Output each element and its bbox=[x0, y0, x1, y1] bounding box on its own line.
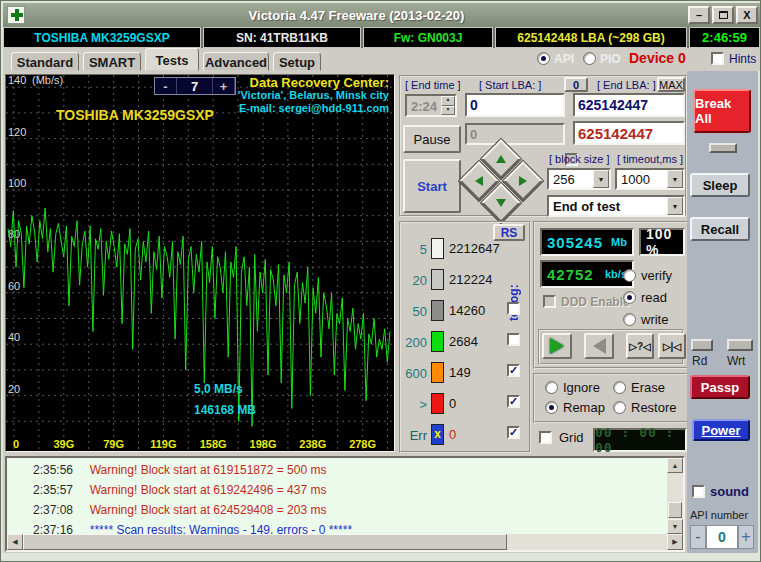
log-200ms-checkbox[interactable] bbox=[507, 333, 520, 346]
check-icon: ✓ bbox=[509, 364, 518, 376]
hints-checkbox[interactable] bbox=[711, 52, 724, 65]
sleep-button[interactable]: Sleep bbox=[690, 173, 750, 197]
grid-checkbox[interactable] bbox=[539, 431, 552, 444]
api-radio[interactable] bbox=[537, 52, 550, 65]
vscroll-thumb[interactable] bbox=[668, 502, 682, 518]
maximize-icon bbox=[719, 11, 728, 19]
nav-down-icon bbox=[496, 199, 506, 207]
pause-button[interactable]: Pause bbox=[403, 125, 461, 153]
back-icon bbox=[593, 338, 606, 354]
spin-up-icon[interactable]: ▲ bbox=[441, 96, 455, 106]
timeout-label: [ timeout,ms ] bbox=[617, 153, 683, 165]
end-lba-current-display: 625142447 bbox=[573, 121, 685, 145]
sound-checkbox[interactable] bbox=[692, 485, 705, 498]
test-setup-group: [ End time ] [ Start LBA: ] 0 [ End LBA:… bbox=[399, 75, 687, 217]
tab-smart[interactable]: SMART bbox=[83, 52, 141, 71]
log-line: 2:37:08 Warning! Block start at 62452940… bbox=[33, 503, 326, 517]
activity-led bbox=[709, 143, 737, 153]
write-radio[interactable] bbox=[623, 313, 636, 326]
erase-radio[interactable] bbox=[613, 381, 626, 394]
scroll-left-icon: ◀ bbox=[12, 538, 17, 546]
log-errors-checkbox[interactable]: ✓ bbox=[507, 426, 520, 439]
speed-display: 42752 kb/s bbox=[540, 260, 634, 288]
pio-radio[interactable] bbox=[583, 52, 596, 65]
counter-value: 2684 bbox=[449, 334, 478, 349]
dropdown-arrow-icon[interactable]: ▼ bbox=[593, 170, 609, 188]
api-number-decrement-button[interactable]: - bbox=[690, 525, 706, 549]
dropdown-arrow-icon[interactable]: ▼ bbox=[667, 197, 683, 215]
log-time: 2:35:57 bbox=[33, 483, 73, 497]
counter-swatch bbox=[431, 238, 444, 259]
counter-swatch bbox=[431, 300, 444, 321]
back-button[interactable] bbox=[584, 333, 614, 359]
end-lba-input[interactable]: 625142447 bbox=[573, 93, 685, 117]
ignore-radio[interactable] bbox=[545, 381, 558, 394]
hscroll-thumb[interactable] bbox=[23, 534, 507, 550]
passp-button[interactable]: Passp bbox=[690, 375, 750, 399]
remap-radio[interactable] bbox=[545, 401, 558, 414]
tab-advanced[interactable]: Advanced bbox=[203, 52, 269, 71]
on-end-action-dropdown[interactable]: End of test ▼ bbox=[547, 195, 685, 217]
counter-swatch bbox=[431, 269, 444, 290]
restore-radio[interactable] bbox=[613, 401, 626, 414]
start-lba-input[interactable]: 0 bbox=[465, 93, 565, 117]
passed-mb-value: 305245 bbox=[547, 234, 603, 251]
tab-tests[interactable]: Tests bbox=[145, 48, 199, 71]
spin-down-icon[interactable]: ▼ bbox=[441, 106, 455, 116]
app-icon bbox=[7, 6, 25, 24]
timeout-dropdown[interactable]: 1000 ▼ bbox=[615, 168, 685, 190]
log-timeout-checkbox[interactable]: ✓ bbox=[507, 395, 520, 408]
minimize-button[interactable]: – bbox=[688, 6, 710, 24]
start-button[interactable]: Start bbox=[403, 159, 461, 213]
log-line: 2:35:56 Warning! Block start at 61915187… bbox=[33, 463, 326, 477]
svg-text:(Mb/s): (Mb/s) bbox=[32, 75, 63, 86]
break-all-button[interactable]: Break All bbox=[693, 89, 751, 133]
tab-standard[interactable]: Standard bbox=[11, 52, 79, 71]
scroll-left-button[interactable]: ◀ bbox=[7, 534, 23, 550]
scroll-up-button[interactable]: ▲ bbox=[667, 458, 683, 473]
zoom-in-button[interactable]: + bbox=[213, 78, 235, 94]
api-label: API bbox=[554, 52, 574, 66]
hints-label: Hints bbox=[729, 52, 756, 66]
wrt-label: Wrt bbox=[727, 354, 745, 368]
block-size-dropdown[interactable]: 256 ▼ bbox=[547, 168, 611, 190]
power-button[interactable]: Power bbox=[692, 419, 750, 441]
seek-error-button[interactable]: ▷?◁ bbox=[626, 333, 654, 359]
play-button[interactable] bbox=[542, 333, 572, 359]
scroll-down-button[interactable]: ▼ bbox=[667, 519, 683, 534]
log-time: 2:35:56 bbox=[33, 463, 73, 477]
log-line: 2:35:57 Warning! Block start at 61924249… bbox=[33, 483, 326, 497]
latency-counters-group: RS to log: 5 2212647 20 212224 50 14260 … bbox=[399, 221, 531, 453]
zoom-level: 7 bbox=[177, 78, 213, 94]
api-number-increment-button[interactable]: + bbox=[738, 525, 754, 549]
scroll-right-button[interactable]: ▶ bbox=[667, 534, 683, 550]
start-lba-preset-button[interactable]: 0 bbox=[564, 77, 588, 92]
tab-setup[interactable]: Setup bbox=[273, 52, 321, 71]
block-size-label: [ block size ] bbox=[549, 153, 610, 165]
error-swatch: x bbox=[431, 424, 444, 445]
drive-capacity: 625142448 LBA (~298 GB) bbox=[495, 27, 687, 48]
ddd-enable-checkbox[interactable] bbox=[543, 295, 556, 308]
elapsed-clock: 2:46:59 bbox=[689, 27, 760, 48]
api-number-value[interactable]: 0 bbox=[706, 525, 738, 549]
log-50ms-checkbox[interactable] bbox=[507, 302, 520, 315]
close-button[interactable]: X bbox=[736, 6, 758, 24]
max-lba-button[interactable]: MAX bbox=[657, 77, 685, 92]
read-radio[interactable] bbox=[623, 291, 636, 304]
end-time-spinner[interactable]: 2:24 ▲ ▼ bbox=[405, 94, 457, 117]
branding-line3: E-mail: sergei@hdd-911.com bbox=[238, 102, 389, 115]
drive-firmware: Fw: GN003J bbox=[363, 27, 493, 48]
maximize-button[interactable] bbox=[712, 6, 734, 24]
seek-pause-button[interactable]: ▷|◁ bbox=[658, 333, 686, 359]
verify-radio[interactable] bbox=[623, 269, 636, 282]
recall-button[interactable]: Recall bbox=[690, 217, 750, 241]
zoom-out-button[interactable]: - bbox=[155, 78, 177, 94]
rs-button[interactable]: RS bbox=[493, 224, 525, 241]
end-time-value: 2:24 bbox=[407, 96, 441, 115]
dropdown-arrow-icon[interactable]: ▼ bbox=[667, 170, 683, 188]
nav-right-icon bbox=[519, 176, 527, 186]
scroll-up-icon: ▲ bbox=[672, 462, 679, 469]
log-600ms-checkbox[interactable]: ✓ bbox=[507, 364, 520, 377]
timeout-value: 1000 bbox=[617, 172, 667, 187]
read-label: read bbox=[641, 290, 667, 305]
